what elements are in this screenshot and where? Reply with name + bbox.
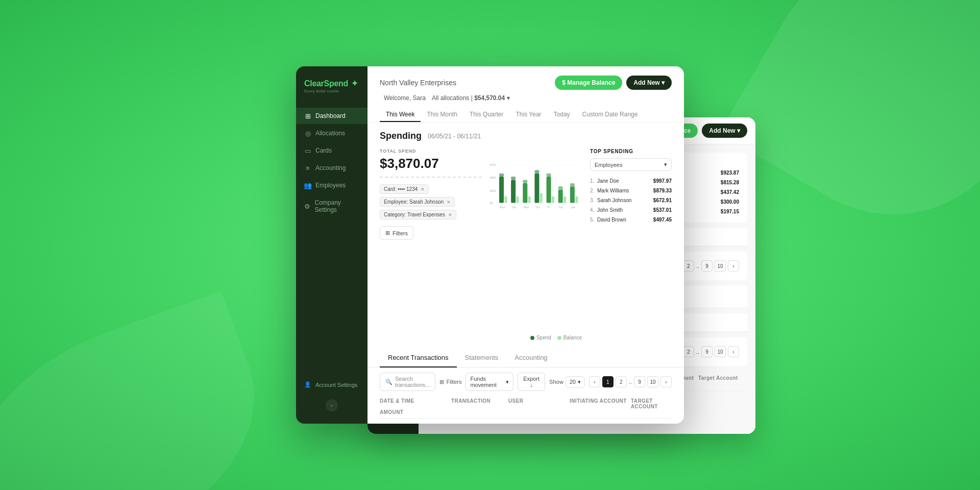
funds-movement-dropdown[interactable]: Funds movement ▾ <box>465 373 513 391</box>
back-page-2[interactable]: 2 <box>683 260 694 272</box>
spending-title: Spending <box>380 131 422 141</box>
page-9-button[interactable]: 9 <box>634 376 645 387</box>
svg-rect-20 <box>547 177 551 203</box>
tab-this-week[interactable]: This Week <box>380 108 421 122</box>
tab-accounting[interactable]: Accounting <box>506 349 555 368</box>
account-settings-item[interactable]: 👤 Account Settings <box>304 377 359 392</box>
sidebar-item-dashboard[interactable]: ⊞ Dashboard <box>296 108 368 124</box>
svg-text:Tue: Tue <box>511 206 516 209</box>
filter-card[interactable]: Card: •••• 1234 ✕ <box>380 184 429 194</box>
search-icon: 🔍 <box>385 379 393 385</box>
col-transaction: Transaction <box>451 398 508 409</box>
amount-5: $497.45 <box>653 217 672 223</box>
sidebar-item-employees[interactable]: 👥 Employees <box>296 177 368 193</box>
funds-chevron-icon: ▾ <box>506 379 509 385</box>
tabs-row: Recent Transactions Statements Accountin… <box>368 349 684 368</box>
filter-employee[interactable]: Employee: Sarah Johnson ✕ <box>380 197 455 207</box>
sidebar-item-company-settings[interactable]: ⚙ Company Settings <box>296 194 368 218</box>
back-page-9[interactable]: 9 <box>701 260 713 272</box>
filter-employee-label: Employee: Sarah Johnson <box>384 199 444 205</box>
filter-category[interactable]: Category: Travel Expenses ✕ <box>380 210 456 219</box>
tab-this-month[interactable]: This Month <box>421 108 463 122</box>
search-transactions-box[interactable]: 🔍 Search transactions... <box>380 373 435 391</box>
employees-icon: 👥 <box>304 182 311 189</box>
rank-2: 2. <box>590 188 597 193</box>
next-page-button[interactable]: › <box>660 376 672 387</box>
page-10-button[interactable]: 10 <box>647 376 658 387</box>
dashboard-icon: ⊞ <box>304 112 311 119</box>
name-4: John Smith <box>597 207 653 213</box>
back-next-page[interactable]: › <box>728 260 739 272</box>
svg-rect-9 <box>499 174 504 177</box>
top-spending-title: TOP SPENDING <box>590 149 672 154</box>
tab-this-year[interactable]: This Year <box>510 108 548 122</box>
show-label: Show <box>549 379 564 385</box>
sidebar-item-allocations[interactable]: ◎ Allocations <box>296 125 368 141</box>
collapse-sidebar-button[interactable]: ‹ <box>326 399 338 411</box>
sidebar-bottom: 👤 Account Settings ‹ <box>296 377 368 411</box>
name-5: David Brown <box>597 217 653 223</box>
allocations-icon: ◎ <box>304 130 311 137</box>
tab-today[interactable]: Today <box>548 108 576 122</box>
filter-employee-remove[interactable]: ✕ <box>447 200 451 205</box>
col-date-time: Date & Time <box>380 398 451 409</box>
sidebar-item-label: Dashboard <box>315 112 346 119</box>
svg-text:$500: $500 <box>490 176 496 179</box>
svg-text:Wed: Wed <box>524 206 529 209</box>
tab-custom-date[interactable]: Custom Date Range <box>576 108 644 122</box>
filters-button[interactable]: ⊞ Filters <box>380 226 413 240</box>
top-spending-panel: TOP SPENDING Employees ▾ 1. Jane Doe $99… <box>590 149 672 340</box>
tab-statements[interactable]: Statements <box>457 349 507 368</box>
filter-category-remove[interactable]: ✕ <box>448 212 452 217</box>
back-page-9-2[interactable]: 9 <box>701 346 713 357</box>
filter-icon: ⊞ <box>439 379 444 385</box>
page-1-button[interactable]: 1 <box>602 376 614 387</box>
filter-tags: Card: •••• 1234 ✕ Employee: Sarah Johnso… <box>380 184 482 222</box>
filter-card-remove[interactable]: ✕ <box>421 187 425 192</box>
sidebar-item-cards[interactable]: ▭ Cards <box>296 142 368 159</box>
svg-rect-23 <box>558 190 563 203</box>
svg-rect-10 <box>504 197 507 203</box>
legend-balance: Balance <box>557 335 582 340</box>
back-page-2-2[interactable]: 2 <box>683 346 694 357</box>
svg-rect-15 <box>523 180 527 183</box>
header-actions: $ Manage Balance Add New ▾ <box>555 76 672 90</box>
back-next-page-2[interactable]: › <box>728 346 739 357</box>
add-new-button[interactable]: Add New ▾ <box>626 76 672 90</box>
svg-rect-18 <box>534 170 539 173</box>
nav-items: ⊞ Dashboard ◎ Allocations ▭ Cards ≡ Acco… <box>296 108 368 377</box>
logo-tagline: Every dollar counts <box>304 89 359 93</box>
svg-rect-12 <box>511 177 516 180</box>
cards-icon: ▭ <box>304 147 311 154</box>
filter-category-label: Category: Travel Expenses <box>384 212 445 217</box>
spending-header: Spending 06/05/21 - 06/11/21 <box>380 131 672 141</box>
back-add-new-button[interactable]: Add New ▾ <box>702 124 747 138</box>
show-dropdown[interactable]: 20 ▾ <box>566 376 585 388</box>
svg-rect-27 <box>570 183 575 186</box>
back-page-10-2[interactable]: 10 <box>715 346 726 357</box>
svg-rect-21 <box>547 174 551 177</box>
company-settings-icon: ⚙ <box>304 203 311 210</box>
app-logo: ClearSpend ✦ <box>304 79 359 88</box>
name-1: Jane Doe <box>597 178 653 184</box>
welcome-text: Welcome, Sara <box>384 94 426 102</box>
account-settings-icon: 👤 <box>304 381 311 388</box>
prev-page-button[interactable]: ‹ <box>589 376 600 387</box>
svg-rect-16 <box>528 197 531 203</box>
rank-1: 1. <box>590 178 597 184</box>
export-button[interactable]: Export ↓ <box>518 373 545 391</box>
svg-text:Sat: Sat <box>559 206 563 209</box>
tab-this-quarter[interactable]: This Quarter <box>463 108 510 122</box>
tab-recent-transactions[interactable]: Recent Transactions <box>380 349 457 368</box>
accounting-icon: ≡ <box>304 164 311 172</box>
top-spending-dropdown-label: Employees <box>595 162 622 168</box>
svg-rect-28 <box>575 197 578 203</box>
manage-balance-button[interactable]: $ Manage Balance <box>555 76 622 90</box>
back-page-10[interactable]: 10 <box>715 260 726 272</box>
legend-spend-label: Spend <box>536 335 551 340</box>
top-spending-dropdown[interactable]: Employees ▾ <box>590 158 672 171</box>
sidebar-item-label: Allocations <box>315 130 345 137</box>
date-tabs: This Week This Month This Quarter This Y… <box>380 108 672 122</box>
sidebar-item-accounting[interactable]: ≡ Accounting <box>296 160 368 176</box>
page-2-button[interactable]: 2 <box>616 376 627 387</box>
